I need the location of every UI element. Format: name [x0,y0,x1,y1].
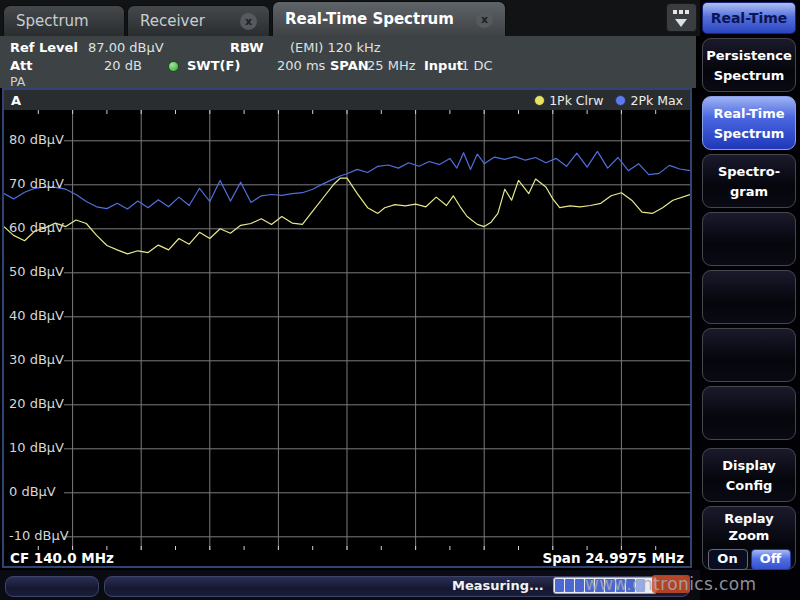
softkey-label: Persistence [703,46,795,66]
y-axis-label: 60 dBµV [9,220,64,235]
input-label[interactable]: Input [424,58,463,73]
y-axis-label: 10 dBµV [9,440,64,455]
trace-legend: 1Pk Clrw 2Pk Max [534,93,683,108]
progress-segment [575,579,584,592]
progress-segment [636,579,645,592]
softkey-label: Replay [703,511,795,528]
trace1-dot-icon [534,95,545,106]
att-value[interactable]: 20 dB [104,58,142,73]
ref-level-label[interactable]: Ref Level [10,40,78,55]
swt-label[interactable]: SWT(F) [187,58,240,73]
progress-segment [565,579,574,592]
softkey-label: Zoom [703,528,795,545]
spectrum-window: A 1Pk Clrw 2Pk Max 80 dBµV70 dBµV60 dBµV… [2,88,692,568]
trace2-dot-icon [615,95,626,106]
span-value[interactable]: 25 MHz [367,58,416,73]
menu-title: Real-Time [702,2,796,34]
ref-level-value[interactable]: 87.00 dBµV [88,40,164,55]
progress-segment [646,579,655,592]
softkey-empty-2[interactable] [702,270,796,324]
sweep-led-icon [168,61,179,72]
y-axis-label: 80 dBµV [9,132,64,147]
transducer-indicator: PA [10,74,25,89]
att-label[interactable]: Att [10,58,33,73]
softkey-label: Spectrum [703,66,795,86]
trace1-label: 1Pk Clrw [549,93,603,108]
softkey-persistence-spectrum[interactable]: Persistence Spectrum [702,38,796,92]
toggle-off-button[interactable]: Off [751,549,791,570]
softkey-sidebar: Real-Time Persistence Spectrum Real-Time… [700,0,800,600]
frequency-axis-bar: CF 140.0 MHz Span 24.9975 MHz [4,550,690,566]
tab-real-time-spectrum[interactable]: Real-Time Spectrum x [272,1,506,36]
progress-segment [626,579,635,592]
trace2-label: 2Pk Max [630,93,683,108]
tab-spectrum[interactable]: Spectrum [3,5,125,36]
input-value[interactable]: 1 DC [461,58,493,73]
chart-canvas [4,110,690,550]
window-letter: A [11,93,21,108]
tab-label: Spectrum [16,12,89,30]
tab-label: Receiver [140,12,205,30]
progress-segment [585,579,594,592]
status-field-left [5,576,99,597]
legend-trace1[interactable]: 1Pk Clrw [534,93,603,108]
softkey-empty-3[interactable] [702,328,796,382]
chevron-down-icon [675,19,687,27]
center-frequency[interactable]: CF 140.0 MHz [10,550,114,566]
progress-segment [595,579,604,592]
legend-trace2[interactable]: 2Pk Max [615,93,683,108]
tab-bar: Spectrum Receiver x Real-Time Spectrum x [0,0,700,36]
progress-segment [605,579,614,592]
softkey-replay-zoom[interactable]: Replay Zoom On Off [702,506,796,570]
y-axis-label: 40 dBµV [9,308,64,323]
replay-zoom-toggle: On Off [703,549,795,570]
rbw-label[interactable]: RBW [230,40,264,55]
tab-label: Real-Time Spectrum [285,10,454,28]
progress-segment [555,579,564,592]
softkey-real-time-spectrum[interactable]: Real-Time Spectrum [702,96,796,150]
tab-overflow-icon[interactable] [666,3,697,32]
swt-value[interactable]: 200 ms [277,58,325,73]
measurement-header: Ref Level 87.00 dBµV RBW (EMI) 120 kHz A… [0,36,696,88]
softkey-label: Display [703,456,795,476]
softkey-label: Config [703,476,795,496]
softkey-label: Spectrum [703,124,795,144]
y-axis-label: 0 dBµV [9,484,56,499]
progress-segment [616,579,625,592]
instrument-screen: Spectrum Receiver x Real-Time Spectrum x… [0,0,800,600]
softkey-empty-1[interactable] [702,212,796,266]
rbw-value[interactable]: (EMI) 120 kHz [290,40,381,55]
y-axis-label: 70 dBµV [9,176,64,191]
window-title-bar: A 1Pk Clrw 2Pk Max [4,90,690,110]
softkey-label: Real-Time [703,104,795,124]
span-label[interactable]: SPAN [330,58,369,73]
status-bar: Measuring... [0,570,700,600]
span-readout[interactable]: Span 24.9975 MHz [542,550,684,566]
tab-receiver[interactable]: Receiver x [127,5,270,36]
softkey-display-config[interactable]: Display Config [702,448,796,502]
close-icon[interactable]: x [240,13,257,30]
softkey-empty-4[interactable] [702,386,796,440]
toggle-on-button[interactable]: On [708,549,748,570]
y-axis-label: -10 dBµV [9,528,69,543]
y-axis-label: 50 dBµV [9,264,64,279]
spectrum-chart: 80 dBµV70 dBµV60 dBµV50 dBµV40 dBµV30 dB… [4,110,690,550]
softkey-spectrogram[interactable]: Spectro- gram [702,154,796,208]
softkey-label: gram [703,182,795,202]
y-axis-label: 30 dBµV [9,352,64,367]
tab-list-squares-icon [673,10,677,14]
measurement-status-text: Measuring... [452,578,544,593]
sweep-progress-bar [553,577,657,594]
softkey-label: Spectro- [703,162,795,182]
y-axis-label: 20 dBµV [9,396,64,411]
close-icon[interactable]: x [476,11,493,28]
